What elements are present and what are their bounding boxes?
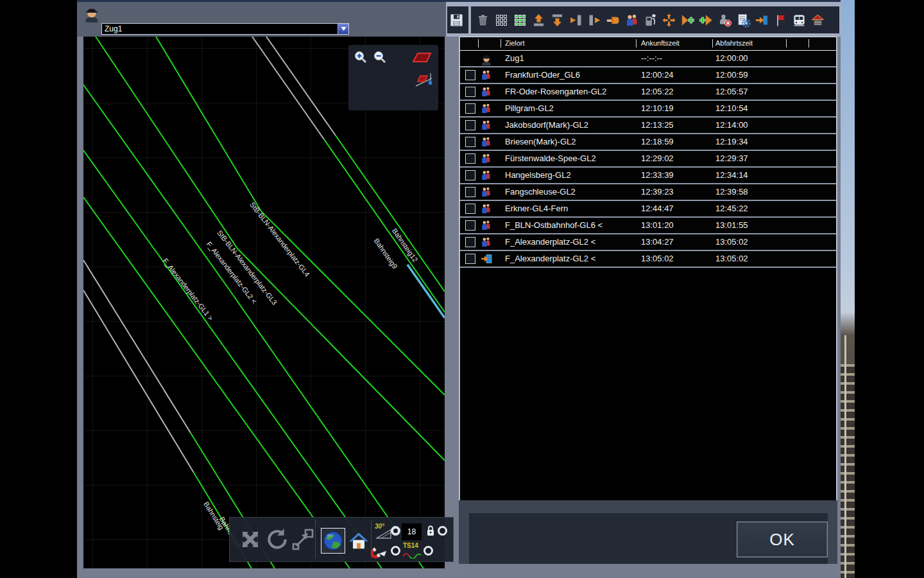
depot-icon[interactable] bbox=[810, 13, 825, 28]
row-checkbox[interactable] bbox=[465, 70, 475, 80]
track-lines: Bahnsteig12Bahnsteig9StB-BLN-Alexanderpl… bbox=[83, 37, 445, 568]
row-checkbox[interactable] bbox=[465, 153, 475, 164]
remove-driver-icon[interactable] bbox=[717, 13, 732, 28]
table-row[interactable]: Fürstenwalde-Spee-GL2 12:29:02 12:29:37 bbox=[460, 151, 836, 168]
expand-icon[interactable] bbox=[662, 13, 676, 28]
column-divider[interactable] bbox=[809, 39, 809, 48]
train-selector[interactable]: Zug1 bbox=[101, 23, 349, 35]
row-checkbox[interactable] bbox=[465, 237, 475, 247]
timetable-rows: Zug1 --:--:-- 12:00:00 Frankfurt-Oder_GL… bbox=[460, 51, 836, 268]
chevron-down-icon[interactable] bbox=[338, 24, 348, 34]
column-divider[interactable] bbox=[786, 39, 787, 48]
grid-green-icon[interactable] bbox=[513, 13, 527, 28]
table-row[interactable]: F_Alexanderplatz-GL2 < 13:04:27 13:05:02 bbox=[460, 234, 836, 251]
column-header-ankunftszeit: Ankunftszeit bbox=[641, 39, 680, 47]
arrival-time: 12:05:22 bbox=[641, 87, 674, 96]
table-row[interactable]: F_Alexanderplatz-GL2 < 13:05:02 13:05:02 bbox=[460, 251, 836, 268]
zoom-out-icon[interactable] bbox=[373, 50, 387, 67]
ok-button[interactable]: OK bbox=[737, 521, 828, 557]
row-icon bbox=[481, 236, 493, 248]
ts-radio[interactable] bbox=[424, 546, 433, 556]
table-row[interactable]: Briesen(Mark)-GL2 12:18:59 12:19:34 bbox=[460, 134, 836, 151]
arrival-time: 12:44:47 bbox=[641, 204, 674, 213]
row-checkbox[interactable] bbox=[465, 137, 475, 147]
row-checkbox[interactable] bbox=[465, 220, 475, 231]
delete-icon[interactable] bbox=[475, 13, 490, 28]
table-row[interactable]: FR-Oder-Rosengarten-GL2 12:05:22 12:05:5… bbox=[460, 84, 836, 101]
passengers-icon bbox=[481, 103, 492, 114]
row-icon bbox=[481, 69, 493, 81]
row-checkbox[interactable] bbox=[465, 120, 475, 130]
hand-pick-icon[interactable] bbox=[606, 13, 620, 28]
table-row[interactable]: Frankfurt-Oder_GL6 12:00:24 12:00:59 bbox=[460, 67, 836, 84]
row-checkbox[interactable] bbox=[465, 187, 475, 197]
row-icon bbox=[481, 220, 493, 231]
passengers-icon bbox=[481, 136, 492, 148]
final-destination-icon[interactable] bbox=[755, 13, 769, 28]
column-divider[interactable] bbox=[501, 39, 501, 48]
row-checkbox[interactable] bbox=[465, 87, 475, 97]
fuel-pump-icon[interactable] bbox=[643, 13, 658, 28]
destination-name: Briesen(Mark)-GL2 bbox=[505, 137, 576, 146]
destination-name: Fürstenwalde-Spee-GL2 bbox=[505, 153, 596, 163]
destination-name: FR-Oder-Rosengarten-GL2 bbox=[505, 87, 606, 96]
lock-radio[interactable] bbox=[438, 526, 447, 536]
train-front-icon[interactable] bbox=[792, 13, 807, 28]
arrival-time: 12:13:25 bbox=[641, 120, 674, 130]
column-divider[interactable] bbox=[478, 39, 479, 48]
passengers-icon bbox=[481, 119, 492, 131]
move-up-icon[interactable] bbox=[531, 13, 546, 28]
track-label: F_Alexanderplatz-GL1 > bbox=[162, 257, 215, 322]
table-row[interactable]: F_BLN-Ostbahnhof-GL6 < 13:01:20 13:01:55 bbox=[460, 218, 836, 234]
destination-name: Frankfurt-Oder_GL6 bbox=[505, 70, 580, 80]
arrival-time: 12:18:59 bbox=[641, 137, 674, 146]
row-icon bbox=[481, 186, 493, 198]
track-map[interactable]: Bahnsteig12Bahnsteig9StB-BLN-Alexanderpl… bbox=[83, 37, 445, 568]
row-checkbox[interactable] bbox=[465, 254, 475, 264]
table-row[interactable]: Pillgram-GL2 12:10:19 12:10:54 bbox=[460, 101, 836, 118]
table-row[interactable]: Zug1 --:--:-- 12:00:00 bbox=[460, 51, 836, 67]
save-icon[interactable] bbox=[449, 13, 464, 28]
table-row[interactable]: Fangschleuse-GL2 12:39:23 12:39:58 bbox=[460, 184, 836, 201]
toolbar-separator bbox=[468, 6, 471, 33]
destination-name: Hangelsberg-GL2 bbox=[505, 170, 571, 180]
insert-after-icon[interactable] bbox=[587, 13, 602, 28]
final-destination-icon bbox=[481, 253, 493, 265]
grid-outline-icon[interactable] bbox=[494, 13, 509, 28]
scenario-settings-icon[interactable] bbox=[736, 13, 751, 28]
add-route-icon[interactable] bbox=[680, 13, 695, 28]
row-checkbox[interactable] bbox=[465, 170, 475, 180]
toolbar-divider bbox=[315, 520, 316, 559]
gradient-value[interactable]: 18 bbox=[402, 523, 422, 540]
pan-icon[interactable] bbox=[237, 527, 263, 555]
table-row[interactable]: Hangelsberg-GL2 12:33:39 12:34:14 bbox=[460, 168, 836, 184]
column-divider[interactable] bbox=[636, 39, 637, 48]
move-down-icon[interactable] bbox=[550, 13, 565, 28]
world-view-button[interactable] bbox=[321, 528, 345, 554]
rotate-icon[interactable] bbox=[264, 527, 289, 554]
gradient-radio[interactable] bbox=[391, 526, 400, 536]
destination-name: Pillgram-GL2 bbox=[505, 103, 554, 113]
passengers-icon bbox=[481, 170, 492, 181]
row-checkbox[interactable] bbox=[465, 103, 475, 114]
flag-icon[interactable] bbox=[773, 13, 788, 28]
arrival-time: 12:29:02 bbox=[641, 153, 674, 163]
departure-time: 12:39:58 bbox=[715, 187, 748, 197]
row-checkbox[interactable] bbox=[465, 204, 475, 214]
passengers-icon[interactable] bbox=[624, 13, 639, 28]
insert-before-icon[interactable] bbox=[569, 13, 583, 28]
ts-label: TS14 bbox=[403, 542, 418, 549]
jump-to-icon[interactable] bbox=[291, 528, 314, 554]
table-row[interactable]: Jakobsdorf(Mark)-GL2 12:13:25 12:14:00 bbox=[460, 118, 836, 134]
track-section-icon[interactable] bbox=[413, 51, 432, 66]
home-view-button[interactable] bbox=[348, 530, 370, 556]
map-zoom-panel bbox=[348, 45, 438, 110]
passengers-icon bbox=[481, 236, 492, 248]
zoom-in-icon[interactable] bbox=[354, 50, 368, 67]
snap-radio[interactable] bbox=[391, 546, 400, 556]
track-gradient-icon[interactable] bbox=[415, 72, 434, 92]
column-divider[interactable] bbox=[712, 39, 713, 48]
departure-time: 12:00:59 bbox=[715, 70, 748, 80]
add-stop-icon[interactable] bbox=[699, 13, 714, 28]
table-row[interactable]: Erkner-GL4-Fern 12:44:47 12:45:22 bbox=[460, 201, 836, 218]
